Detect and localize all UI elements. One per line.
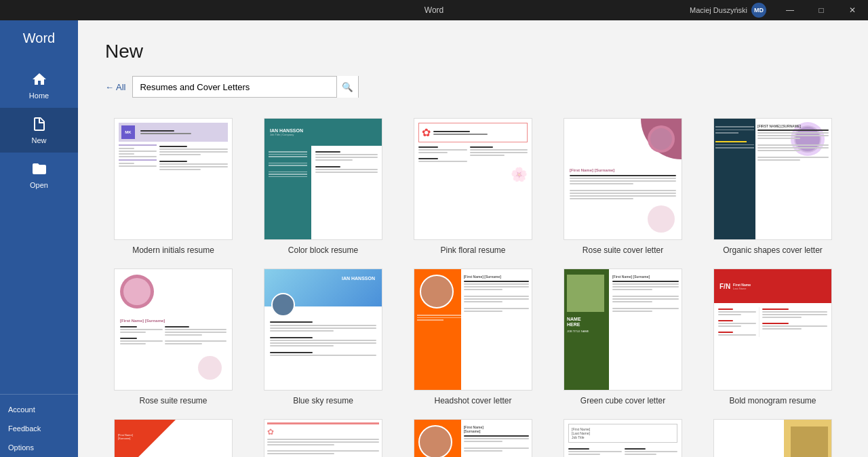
- title-bar: Word Maciej Duszyński MD — □ ✕: [0, 0, 868, 20]
- list-item[interactable]: F/N First Name Last Name: [705, 269, 841, 405]
- search-area: ← All 🔍: [105, 76, 841, 98]
- template-label: Modern initials resume: [132, 245, 214, 255]
- template-thumb-bottom-2[interactable]: ✿: [264, 419, 382, 457]
- search-button[interactable]: 🔍: [336, 76, 358, 98]
- list-item[interactable]: [First Name] [Surname]: [555, 118, 691, 255]
- avatar: MD: [751, 3, 766, 18]
- app-body: Word Home New Open Account Feedback Opti…: [0, 20, 868, 457]
- page-title: New: [105, 41, 841, 62]
- list-item[interactable]: ✿: [255, 419, 391, 457]
- minimize-button[interactable]: —: [774, 0, 806, 20]
- list-item[interactable]: [First Name]: [705, 419, 841, 457]
- sidebar-item-open[interactable]: Open: [0, 153, 78, 197]
- list-item[interactable]: [First Name][Surname]: [405, 419, 541, 457]
- template-thumb-blue-sky-resume[interactable]: IAN HANSSON: [264, 269, 382, 391]
- sidebar: Word Home New Open Account Feedback Opti…: [0, 20, 78, 457]
- template-thumb-organic-shapes-cover-letter[interactable]: [FIRST NAME] [SURNAME]: [713, 118, 832, 240]
- main-content: New ← All 🔍 MK: [78, 20, 868, 457]
- sidebar-logo: Word: [16, 27, 62, 49]
- template-grid: MK: [105, 118, 841, 457]
- sidebar-open-label: Open: [30, 181, 48, 189]
- app-title: Word: [425, 5, 443, 15]
- back-arrow-icon: ←: [105, 82, 114, 92]
- template-thumb-bottom-4[interactable]: [First Name][Last Name]Job Title: [564, 419, 682, 457]
- sidebar-item-options[interactable]: Options: [0, 438, 78, 457]
- search-icon: 🔍: [342, 82, 353, 92]
- template-thumb-modern-initials-resume[interactable]: MK: [114, 118, 233, 240]
- open-icon: [31, 161, 47, 178]
- list-item[interactable]: NAMEHEREJOB TITLE NAME [First Name] [Sur…: [555, 269, 691, 405]
- sidebar-bottom: Account Feedback Options: [0, 394, 78, 457]
- list-item[interactable]: IAN HANSSON Job Title | Company: [255, 118, 391, 255]
- home-icon: [31, 71, 47, 89]
- template-thumb-bottom-5[interactable]: [First Name]: [713, 419, 832, 457]
- maximize-button[interactable]: □: [806, 0, 837, 20]
- user-area: Maciej Duszyński MD: [690, 0, 766, 20]
- template-label: Blue sky resume: [293, 396, 353, 405]
- search-input[interactable]: [133, 77, 336, 97]
- template-thumb-pink-floral-resume[interactable]: ✿: [414, 118, 532, 240]
- list-item[interactable]: [First Name] [Surname]: [105, 269, 241, 405]
- template-thumb-headshot-cover-letter[interactable]: [First Name] [Surname]: [414, 269, 532, 391]
- sidebar-item-feedback[interactable]: Feedback: [0, 419, 78, 438]
- sidebar-item-account[interactable]: Account: [0, 400, 78, 419]
- list-item[interactable]: IAN HANSSON: [255, 269, 391, 405]
- template-label: Color block resume: [288, 245, 358, 255]
- template-label: Green cube cover letter: [580, 396, 665, 405]
- template-thumb-bold-monogram-resume[interactable]: F/N First Name Last Name: [713, 269, 832, 391]
- list-item[interactable]: [FIRST NAME] [SURNAME]: [705, 118, 841, 255]
- sidebar-item-home[interactable]: Home: [0, 63, 78, 108]
- sidebar-item-new[interactable]: New: [0, 108, 78, 153]
- list-item[interactable]: MK: [105, 118, 241, 255]
- window-controls: — □ ✕: [774, 0, 868, 20]
- template-label: Headshot cover letter: [434, 396, 511, 405]
- template-thumb-green-cube-cover-letter[interactable]: NAMEHEREJOB TITLE NAME [First Name] [Sur…: [564, 269, 682, 391]
- template-thumb-rose-suite-cover-letter[interactable]: [First Name] [Surname]: [564, 118, 682, 240]
- template-label: Rose suite cover letter: [583, 245, 663, 255]
- user-name: Maciej Duszyński: [690, 6, 747, 14]
- list-item[interactable]: ✿: [405, 118, 541, 255]
- template-thumb-bottom-1[interactable]: [First Name] [Surname]: [114, 419, 233, 457]
- sidebar-new-label: New: [31, 136, 46, 144]
- template-thumb-bottom-3[interactable]: [First Name][Surname]: [414, 419, 532, 457]
- list-item[interactable]: [First Name][Last Name]Job Title: [555, 419, 691, 457]
- template-label: Bold monogram resume: [729, 396, 816, 405]
- search-box: 🔍: [132, 76, 359, 98]
- new-icon: [31, 116, 47, 134]
- template-label: Rose suite resume: [139, 396, 207, 405]
- sidebar-home-label: Home: [29, 92, 49, 100]
- close-button[interactable]: ✕: [837, 0, 868, 20]
- template-label: Organic shapes cover letter: [723, 245, 823, 255]
- template-thumb-rose-suite-resume[interactable]: [First Name] [Surname]: [114, 269, 233, 391]
- template-thumb-color-block-resume[interactable]: IAN HANSSON Job Title | Company: [264, 118, 382, 240]
- template-label: Pink floral resume: [440, 245, 505, 255]
- back-link[interactable]: ← All: [105, 82, 125, 92]
- list-item[interactable]: [First Name] [Surname]: [405, 269, 541, 405]
- list-item[interactable]: [First Name] [Surname]: [105, 419, 241, 457]
